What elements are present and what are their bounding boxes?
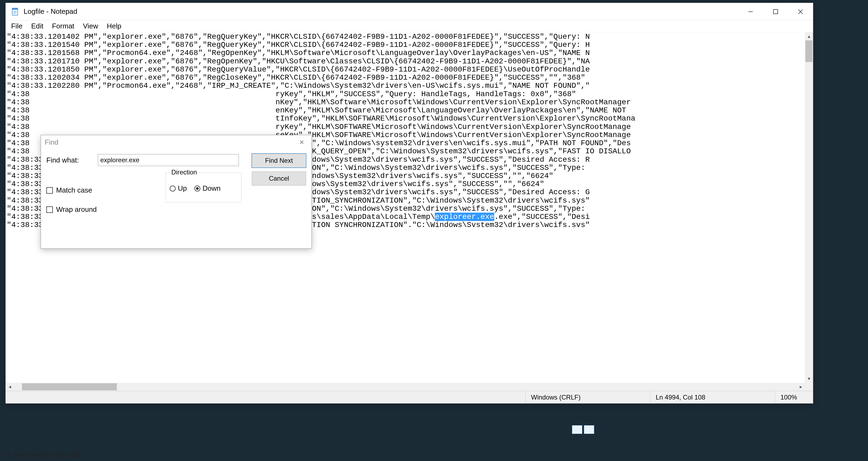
scroll-down-arrow-icon[interactable]: ▾ [805,374,813,383]
status-line-ending: Windows (CRLF) [526,391,650,403]
radio-up-label: Up [178,184,187,193]
scroll-corner [805,383,813,391]
statusbar: Windows (CRLF) Ln 4994, Col 108 100% [6,391,813,403]
horizontal-scrollbar[interactable]: ◂ ▸ [6,383,805,391]
text-line[interactable]: "4:38:33.1201710 PM","explorer.exe","687… [7,58,804,66]
find-what-input[interactable] [98,154,239,166]
radio-down-label: Down [203,184,220,193]
text-line[interactable]: "4:38 enKey","HKLM\Software\Microsoft\La… [7,106,804,114]
text-line[interactable]: "4:38 tInfoKey","HKLM\SOFTWARE\Microsoft… [7,114,804,123]
scroll-right-arrow-icon[interactable]: ▸ [797,383,805,391]
radio-down[interactable]: Down [194,184,220,193]
radio-up-icon [170,186,176,192]
text-line[interactable]: "4:38 ryKey","HKLM\SOFTWARE\Microsoft\Wi… [7,123,804,131]
titlebar[interactable]: Logfile - Notepad [6,3,813,20]
text-line[interactable]: "4:38:33.1202280 PM","Procmon64.exe","24… [7,82,804,90]
checkbox-icon [46,187,53,194]
statusbar-spacer [6,391,526,403]
wrap-around-label: Wrap around [56,205,97,214]
checkbox-icon [46,206,53,213]
direction-legend: Direction [170,168,199,176]
notepad-icon [10,7,20,16]
minimize-button[interactable] [738,3,763,20]
text-line[interactable]: "4:38 nKey","HKLM\Software\Microsoft\Win… [7,98,804,106]
svg-rect-6 [773,9,778,14]
close-icon: × [299,138,304,146]
radio-down-icon [194,186,200,192]
find-next-button[interactable]: Find Next [252,154,306,168]
checkbox-match-case[interactable]: Match case [46,186,97,195]
window-title: Logfile - Notepad [24,7,738,16]
text-line[interactable]: "4:38:33.1202034 PM","explorer.exe","687… [7,74,804,82]
search-match-highlight: exploreer.exe [435,212,494,221]
svg-rect-1 [12,8,18,10]
menubar: File Edit Format View Help [6,20,813,32]
window-controls [738,3,813,20]
scroll-up-arrow-icon[interactable]: ▴ [805,32,813,40]
scroll-left-arrow-icon[interactable]: ◂ [6,383,14,391]
radio-up[interactable]: Up [170,184,187,193]
status-zoom: 100% [775,391,813,403]
find-close-button[interactable]: × [296,138,308,147]
text-line[interactable]: "4:38:33.1201568 PM","Procmon64.exe","24… [7,49,804,57]
menu-format[interactable]: Format [48,21,79,31]
text-line[interactable]: "4:38:33.1201540 PM","explorer.exe","687… [7,41,804,49]
maximize-button[interactable] [763,3,788,20]
horizontal-scroll-thumb[interactable] [22,383,117,390]
status-cursor-position: Ln 4994, Col 108 [650,391,775,403]
find-what-label: Find what: [46,156,92,164]
find-title: Find [45,138,296,146]
match-case-label: Match case [56,186,92,195]
menu-edit[interactable]: Edit [27,21,48,31]
minimize-icon [748,9,753,14]
find-body: Find what: Direction Up Down Match case [41,149,311,249]
large-icons-view-icon[interactable] [584,425,594,434]
explorer-statusbar: 1 item selected 262 MB [6,451,80,459]
close-icon [798,9,803,14]
vertical-scroll-thumb[interactable] [805,40,812,62]
direction-group: Direction Up Down [166,172,242,202]
find-dialog: Find × Find what: Direction Up Down [41,135,312,249]
text-line[interactable]: "4:38:33.1201402 PM","explorer.exe","687… [7,33,804,41]
find-titlebar[interactable]: Find × [41,135,311,149]
menu-file[interactable]: File [7,21,27,31]
close-button[interactable] [788,3,813,20]
details-view-icon[interactable] [572,425,582,434]
menu-help[interactable]: Help [102,21,125,31]
cancel-button[interactable]: Cancel [252,171,306,186]
text-line[interactable]: "4:38:33.1201850 PM","explorer.exe","687… [7,66,804,74]
checkbox-wrap-around[interactable]: Wrap around [46,205,97,214]
vertical-scrollbar[interactable]: ▴ ▾ [805,32,813,383]
menu-view[interactable]: View [79,21,102,31]
explorer-view-icons [572,425,594,434]
text-line[interactable]: "4:38 ryKey","HKLM","SUCCESS","Query: Ha… [7,90,804,98]
maximize-icon [773,9,778,14]
